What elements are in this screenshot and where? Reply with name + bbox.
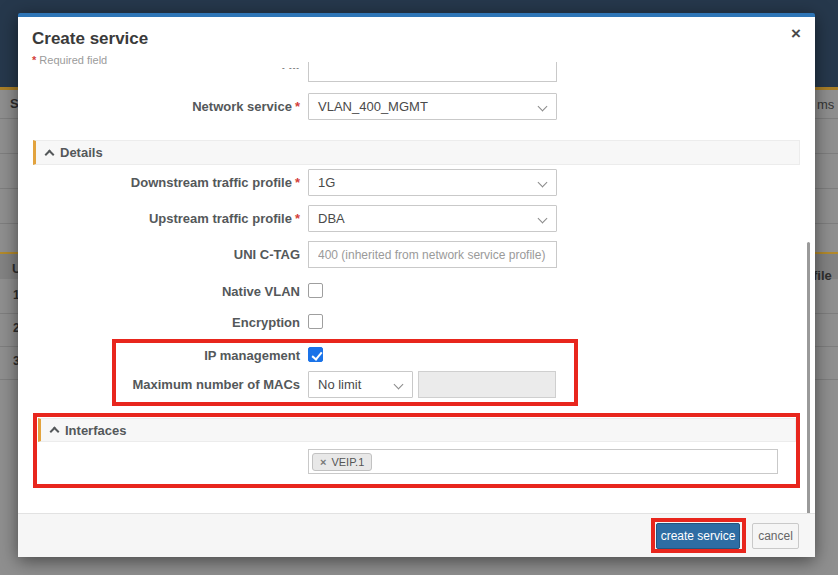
cancel-button[interactable]: cancel	[752, 523, 799, 549]
network-service-select[interactable]: VLAN_400_MGMT	[308, 93, 557, 120]
create-service-modal: × Create service * Required field - --- …	[18, 13, 815, 557]
details-section-label: Details	[60, 145, 103, 160]
interface-tag-veip1[interactable]: ×VEIP.1	[312, 453, 372, 471]
background-toolbar-fragment-right: ms	[817, 97, 834, 112]
max-macs-label: Maximum number of MACs	[18, 377, 300, 392]
modal-scrollbar-thumb[interactable]	[807, 242, 810, 514]
native-vlan-label: Native VLAN	[18, 284, 300, 299]
uni-ctag-input[interactable]	[308, 241, 557, 268]
collapse-caret-icon	[45, 149, 55, 159]
encryption-label: Encryption	[18, 315, 300, 330]
max-macs-value-input	[418, 371, 556, 398]
cutoff-field-input[interactable]	[308, 62, 557, 82]
close-icon[interactable]: ×	[791, 25, 801, 42]
details-section-header[interactable]: Details	[33, 140, 800, 165]
modal-title: Create service	[32, 29, 148, 49]
chevron-down-icon	[538, 214, 548, 224]
native-vlan-checkbox[interactable]	[308, 283, 323, 298]
chevron-down-icon	[538, 102, 548, 112]
collapse-caret-icon	[50, 427, 60, 437]
tag-label: VEIP.1	[331, 456, 364, 468]
required-asterisk: *	[295, 211, 300, 226]
encryption-checkbox[interactable]	[308, 314, 323, 329]
create-service-button[interactable]: create service	[656, 523, 740, 549]
network-service-label: Network service*	[18, 99, 300, 114]
upstream-profile-label: Upstream traffic profile*	[18, 211, 300, 226]
interfaces-section-header[interactable]: Interfaces	[38, 418, 796, 442]
ip-management-label: IP management	[18, 348, 300, 363]
upstream-profile-select[interactable]: DBA	[308, 205, 557, 232]
uni-ctag-label: UNI C-TAG	[18, 247, 300, 262]
required-asterisk: *	[295, 99, 300, 114]
background-column-header-fragment-right: file	[813, 268, 832, 283]
chevron-down-icon	[394, 380, 404, 390]
downstream-profile-label: Downstream traffic profile*	[18, 175, 300, 190]
required-asterisk: *	[295, 175, 300, 190]
modal-footer: create service cancel	[18, 513, 815, 557]
ip-management-checkbox[interactable]	[308, 347, 323, 362]
downstream-profile-select[interactable]: 1G	[308, 169, 557, 196]
tag-remove-icon[interactable]: ×	[320, 456, 326, 468]
interfaces-section-label: Interfaces	[65, 423, 126, 438]
interfaces-tags-input[interactable]: ×VEIP.1	[308, 449, 778, 474]
max-macs-select[interactable]: No limit	[308, 371, 413, 398]
cutoff-field-label-fragment: - ---	[18, 63, 300, 70]
chevron-down-icon	[538, 178, 548, 188]
